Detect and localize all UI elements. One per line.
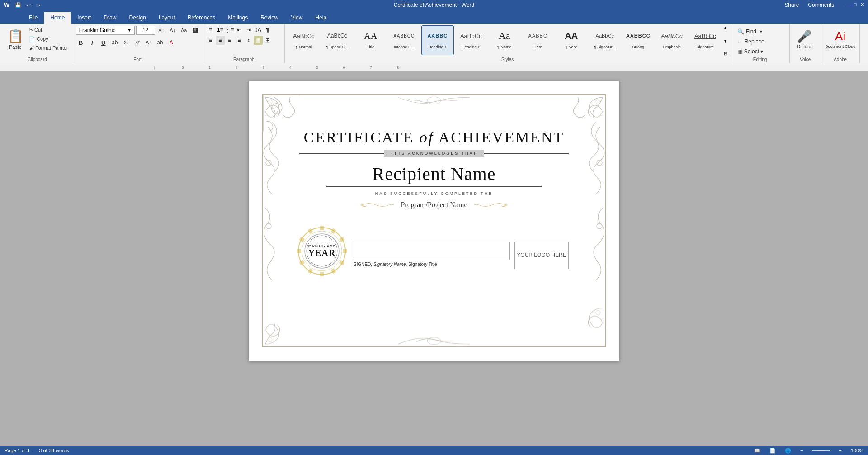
tab-home[interactable]: Home [44,12,71,24]
show-formatting-btn[interactable]: ¶ [263,25,272,34]
maximize-btn[interactable]: □ [854,2,857,8]
doc-cloud-button[interactable]: Ai Document Cloud [824,25,857,53]
subscript-btn[interactable]: X₂ [121,38,131,47]
styles-expand[interactable]: ⊟ [723,51,728,56]
style-heading1[interactable]: AABBC Heading 1 [421,25,454,55]
paste-icon: 📋 [8,28,24,43]
cert-bottom-section: MONTH, DAY YEAR SIGNED, Signatory Name, … [299,228,569,278]
text-effects-btn[interactable]: A⁺ [144,38,154,47]
copy-button[interactable]: 📄 Copy [27,35,70,43]
close-btn[interactable]: ✕ [860,2,864,8]
tab-review[interactable]: Review [254,12,284,24]
tab-draw[interactable]: Draw [97,12,123,24]
font-selector[interactable]: Franklin Gothic ▼ [76,26,135,35]
bold-button[interactable]: B [76,38,86,47]
view-read-btn[interactable]: 📖 [754,448,760,454]
minimize-btn[interactable]: — [845,2,850,8]
font-size-input[interactable]: 12 [136,26,155,35]
style-intense-e[interactable]: AABBCC Intense E... [388,25,420,55]
paste-button[interactable]: 📋 Paste [5,25,26,52]
document-page[interactable]: CERTIFICATE of ACHIEVEMENT THIS ACKNOWLE… [249,81,619,361]
decrease-font-btn[interactable]: A↓ [168,25,178,35]
zoom-in-btn[interactable]: + [839,448,841,453]
text-highlight-btn[interactable]: ab [155,38,165,47]
align-left-btn[interactable]: ≡ [206,36,215,45]
shading-btn[interactable]: ▦ [254,36,263,45]
tab-view[interactable]: View [285,12,309,24]
cert-program-row: Program/Project Name [299,199,569,210]
underline-button[interactable]: U [99,38,108,47]
decrease-indent-btn[interactable]: ⇤ [235,25,244,34]
italic-button[interactable]: I [87,38,97,47]
styles-scroll-down[interactable]: ▼ [723,38,728,43]
tab-mailings[interactable]: Mailings [222,12,254,24]
change-case-btn[interactable]: Aa [179,25,189,35]
multilevel-btn[interactable]: ⋮≡ [225,25,234,34]
line-spacing-btn[interactable]: ↕ [244,36,253,45]
strikethrough-btn[interactable]: ab [110,38,120,47]
ruler-mark: | [154,66,155,70]
cert-signed-line: SIGNED, Signatory Name, Signatory Title [354,262,510,267]
style-signature1[interactable]: AaBbCc ¶ Signatur... [589,25,621,55]
style-year[interactable]: AA ¶ Year [555,25,588,55]
tab-help[interactable]: Help [309,12,333,24]
clear-format-btn[interactable]: 🅰 [190,25,200,35]
style-space-b[interactable]: AaBbCc ¶ Space B... [321,25,354,55]
tab-file[interactable]: File [23,12,44,24]
quick-access-undo[interactable]: ↩ [27,2,31,8]
tab-insert[interactable]: Insert [71,12,97,24]
cert-logo-box: YOUR LOGO HERE [514,242,569,269]
style-year-preview: AA [558,27,585,45]
tab-references[interactable]: References [181,12,222,24]
tab-layout[interactable]: Layout [152,12,181,24]
style-strong[interactable]: AABBCC Strong [622,25,655,55]
comments-button[interactable]: Comments [808,2,834,8]
increase-font-btn[interactable]: A↑ [156,25,166,35]
styles-scroll-up[interactable]: ▲ [723,25,728,30]
numbering-btn[interactable]: 1≡ [216,25,225,34]
quick-access-redo[interactable]: ↪ [36,2,40,8]
zoom-slider[interactable]: ───── [812,448,830,453]
cut-label: Cut [34,27,42,33]
align-center-btn[interactable]: ≡ [216,36,225,45]
cert-signatory-name: Signatory Name [373,262,406,267]
style-emphasis[interactable]: AaBbCc Emphasis [656,25,688,55]
svg-point-5 [596,310,600,315]
justify-btn[interactable]: ≡ [235,36,244,45]
quick-access-save[interactable]: 💾 [15,2,21,8]
style-date[interactable]: AABBC Date [522,25,554,55]
sort-btn[interactable]: ↕A [254,25,263,34]
zoom-out-btn[interactable]: − [800,448,803,453]
cut-button[interactable]: ✂ Cut [27,26,70,34]
style-signature2[interactable]: AaBbCc Signature [689,25,722,55]
view-print-btn[interactable]: 📄 [769,448,776,454]
style-title[interactable]: AA Title [354,25,387,55]
find-button[interactable]: 🔍 Find ▼ [734,27,767,36]
page-info: Page 1 of 1 [5,448,30,453]
view-web-btn[interactable]: 🌐 [785,448,791,454]
format-painter-button[interactable]: 🖌 Format Painter [27,44,70,52]
style-normal[interactable]: AaBbCc ¶ Normal [288,25,320,55]
title-bar: W 💾 ↩ ↪ Certificate of Achievement - Wor… [0,0,868,10]
para-content: ≡ 1≡ ⋮≡ ⇤ ⇥ ↕A ¶ ≡ ≡ ≡ ≡ ↕ ▦ ⊞ [206,25,282,56]
cert-seal-month: MONTH, DAY [308,244,336,248]
font-color-btn[interactable]: A [166,38,176,47]
ruler-mark: 1 [209,66,211,70]
style-name[interactable]: Aa ¶ Name [488,25,521,55]
svg-rect-15 [331,228,336,234]
style-signature1-preview: AaBbCc [591,27,618,45]
borders-btn[interactable]: ⊞ [263,36,272,45]
replace-button[interactable]: ↔ Replace [734,37,768,46]
select-button[interactable]: ▦ Select ▾ [734,47,767,56]
tab-design[interactable]: Design [123,12,152,24]
style-heading2[interactable]: AaBbCc Heading 2 [455,25,487,55]
align-right-btn[interactable]: ≡ [225,36,234,45]
increase-indent-btn[interactable]: ⇥ [244,25,253,34]
svg-rect-18 [339,260,345,265]
svg-rect-16 [339,237,345,242]
dictate-button[interactable]: 🎤 Dictate [793,25,816,53]
share-button[interactable]: Share [784,2,799,8]
superscript-btn[interactable]: X² [132,38,142,47]
cert-logo-text: YOUR LOGO HERE [517,252,566,259]
bullets-btn[interactable]: ≡ [206,25,215,34]
